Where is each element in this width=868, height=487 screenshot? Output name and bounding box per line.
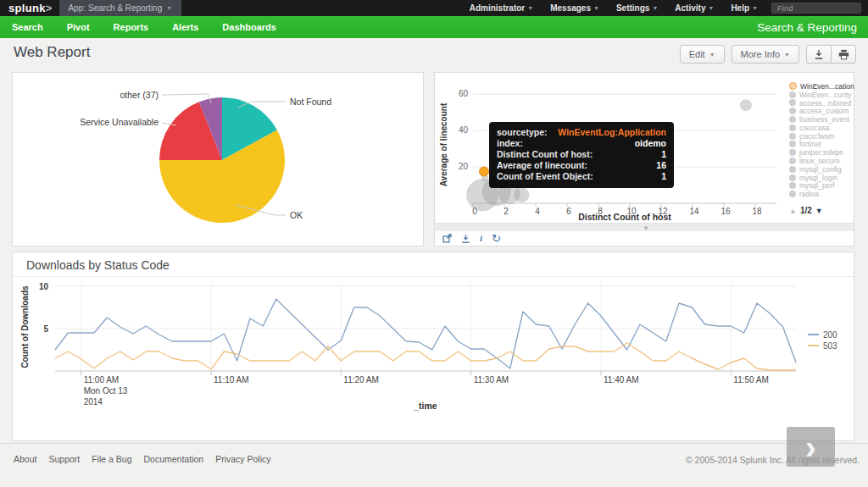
menu-label: Administrator [470,3,526,13]
legend-item-label: cisco:asa [799,124,829,132]
legend-item-label: WinEven...curity [799,91,851,99]
legend-item-wineven-cation[interactable]: WinEven...cation [789,82,854,91]
find-input[interactable] [771,3,861,14]
menu-settings[interactable]: Settings▼ [616,3,658,13]
y-tick-label: 10 [39,282,49,291]
legend-item-cisco-fwsm[interactable]: cisco:fwsm [789,132,854,141]
x-tick-label: 11:00 AM [84,375,120,385]
legend-item-mysql-config[interactable]: mysql_config [789,165,854,174]
more-info-button[interactable]: More Info ▼ [732,45,799,64]
legend-item-business-event[interactable]: business_event [789,115,854,124]
legend-item-label: mysql_perf [799,181,835,190]
nav-dashboards[interactable]: Dashboards [210,16,288,38]
tooltip-label: sourcetype: [497,127,548,138]
legend-item-linux-secure[interactable]: linux_secure [789,157,854,165]
chevron-down-icon: ▼ [593,5,599,11]
menu-label: Settings [616,3,649,13]
legend-item-label[interactable]: 503 [823,341,837,351]
nav-search[interactable]: Search [0,16,55,38]
scatter-bubble[interactable] [740,99,752,111]
legend-item-label: cisco:fwsm [799,132,835,141]
pie-chart-panel: Not FoundOKService Unavailableother (37) [12,72,424,246]
series-line-200[interactable] [55,299,796,368]
x-tick-label: 11:40 AM [604,375,639,385]
export-icon[interactable] [461,234,470,244]
legend-item-label: WinEven...cation [800,82,854,91]
page-down-icon[interactable]: ▼ [815,207,823,215]
legend-swatch-icon [789,149,796,156]
download-button[interactable] [806,45,832,64]
scatter-bubble[interactable] [514,187,529,202]
footer-link-file-a-bug[interactable]: File a Bug [92,454,131,464]
legend-swatch-icon [789,141,796,147]
print-button[interactable] [831,45,856,64]
legend-item-access-mbined[interactable]: access...mbined [789,99,854,108]
series-line-503[interactable] [55,343,796,370]
legend-item-juniper-sslvpn[interactable]: juniper:sslvpn [789,148,854,157]
tooltip-row: sourcetype:WinEventLog:Application [497,127,666,138]
scatter-bubble-selected[interactable] [479,167,488,176]
legend-swatch-icon [789,116,796,123]
footer-divider [0,443,868,444]
legend-item-cisco-asa[interactable]: cisco:asa [789,124,854,132]
nav-reports[interactable]: Reports [102,16,161,38]
footer-link-about[interactable]: About [14,454,36,464]
legend-item-mysql-login[interactable]: mysql_login [789,174,854,182]
legend-item-label: fortinet [799,140,821,148]
app-switcher-label: App: Search & Reporting [69,3,163,13]
export-print-group [806,45,856,64]
legend-item-label[interactable]: 200 [823,330,837,340]
chevron-down-icon: ▼ [652,5,658,11]
chart-tooltip: sourcetype:WinEventLog:Applicationindex:… [489,122,674,188]
app-switcher-menu[interactable]: App: Search & Reporting ▼ [59,0,182,16]
page-up-icon[interactable]: ▲ [789,207,797,215]
footer-link-documentation[interactable]: Documentation [144,454,204,464]
app-nav-bar: SearchPivotReportsAlertsDashboards Searc… [0,16,868,38]
open-in-search-icon[interactable] [442,234,452,243]
splunk-logo[interactable]: splunk> [0,2,59,14]
splunk-logo-arrow: > [46,2,53,14]
menu-activity[interactable]: Activity▼ [675,3,714,13]
pie-chart[interactable]: Not FoundOKService Unavailableother (37) [13,73,423,246]
next-overlay-button[interactable]: › [787,427,835,467]
legend-item-access-custom[interactable]: access_custom [789,107,854,115]
legend-item-label: business_event [799,115,849,124]
footer-link-support[interactable]: Support [48,454,80,464]
scatter-chart-panel: 204060024681012141618Average of linecoun… [434,72,854,246]
menu-messages[interactable]: Messages▼ [550,3,599,13]
splunk-logo-text: splunk [8,2,46,14]
chevron-down-icon: ▼ [752,5,758,11]
refresh-icon[interactable]: ↻ [492,233,501,244]
legend-swatch-icon [789,108,796,114]
tooltip-label: index: [497,138,523,149]
tooltip-value: 1 [661,149,666,160]
legend-item-label: linux_secure [799,157,840,165]
legend-swatch-icon [789,191,796,197]
legend-item-mysql-perf[interactable]: mysql_perf [789,182,854,191]
tooltip-row: Average of linecount:16 [497,160,666,171]
chevron-down-icon: ▼ [527,5,533,11]
legend-item-fortinet[interactable]: fortinet [789,141,854,149]
inspect-icon[interactable]: i [480,234,482,243]
legend-item-wineven-curity[interactable]: WinEven...curity [789,91,854,99]
tooltip-row: index:oidemo [497,138,666,149]
footer-link-privacy-policy[interactable]: Privacy Policy [215,454,270,464]
line-chart[interactable]: 51011:00 AMMon Oct 13201411:10 AM11:20 A… [13,252,854,440]
edit-button[interactable]: Edit ▼ [680,45,725,64]
nav-alerts[interactable]: Alerts [160,16,210,38]
legend-item-label: mysql_login [799,174,837,182]
legend-item-label: access_custom [799,107,849,115]
legend-item-label: access...mbined [799,99,851,108]
legend-item-radius[interactable]: radius [789,190,854,198]
x-tick-label: 18 [752,207,762,216]
chevron-down-icon: ▼ [784,52,790,58]
line-y-axis-label: Count of Downloads [20,285,30,368]
tooltip-value: WinEventLog:Application [558,127,666,138]
menu-administrator[interactable]: Administrator▼ [470,3,534,13]
y-tick-label: 5 [43,324,48,334]
scrollbar-handle[interactable] [644,226,648,230]
menu-help[interactable]: Help▼ [731,3,758,13]
horizontal-scrollbar[interactable] [435,223,854,231]
nav-pivot[interactable]: Pivot [55,16,102,38]
legend-swatch-icon [789,182,796,189]
